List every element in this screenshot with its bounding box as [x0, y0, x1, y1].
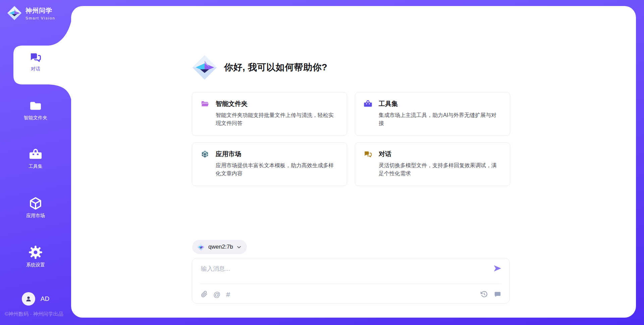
- send-icon: [493, 264, 502, 273]
- history-button[interactable]: [480, 290, 488, 298]
- card-title: 工具集: [379, 100, 398, 108]
- sidebar-item-toolset[interactable]: 工具集: [0, 148, 71, 170]
- cube-icon: [29, 196, 43, 210]
- sidebar-item-app-market[interactable]: 应用市场: [0, 196, 71, 219]
- card-toolset[interactable]: 工具集 集成市场上主流工具，助力AI与外界无缝扩展与对接: [355, 92, 510, 136]
- card-description: 灵活切换多模型文件，支持多样回复效果调试，满足个性化需求: [379, 161, 501, 178]
- message-input[interactable]: [192, 258, 509, 280]
- main-panel: 你好, 我可以如何帮助你? 智能文件夹 智能文件夹功能支持批量文件上传与清洗，轻…: [71, 6, 636, 318]
- attach-file-button[interactable]: [201, 290, 208, 298]
- copyright-footer: ©神州数码 · 神州问学出品: [5, 311, 63, 317]
- composer-divider: [200, 284, 501, 284]
- composer-toolbar: @ #: [201, 286, 501, 302]
- feature-cards: 智能文件夹 智能文件夹功能支持批量文件上传与清洗，轻松实现文件问答 工具集 集成…: [192, 92, 510, 186]
- sidebar-item-settings[interactable]: 系统设置: [0, 245, 71, 268]
- cube-grid-icon: [201, 150, 209, 158]
- paperclip-icon: [201, 290, 208, 298]
- sidebar: 神州问学 Smart Vision 对话 智能文件夹 工具集: [0, 0, 71, 325]
- card-description: 应用市场提供丰富长文本模板，助力高效生成多样化文章内容: [216, 161, 338, 178]
- toolbox-icon: [29, 148, 43, 161]
- brand-subtitle: Smart Vision: [25, 16, 55, 20]
- user-profile[interactable]: AD: [0, 292, 71, 306]
- sidebar-item-chat[interactable]: 对话: [0, 50, 71, 72]
- person-icon: [24, 295, 33, 303]
- chat-icon: [364, 150, 372, 158]
- toolbox-icon: [364, 100, 372, 108]
- card-title: 对话: [379, 150, 391, 158]
- user-name: AD: [41, 295, 49, 303]
- sidebar-item-label: 智能文件夹: [0, 115, 71, 121]
- sidebar-item-label: 应用市场: [0, 213, 71, 219]
- gear-icon: [28, 245, 43, 260]
- mention-icon[interactable]: @: [213, 291, 220, 298]
- avatar: [22, 292, 35, 306]
- sidebar-item-label: 对话: [0, 66, 71, 72]
- card-description: 智能文件夹功能支持批量文件上传与清洗，轻松实现文件问答: [216, 111, 338, 127]
- card-chat[interactable]: 对话 灵活切换多模型文件，支持多样回复效果调试，满足个性化需求: [355, 142, 510, 186]
- chat-bubble-button[interactable]: [493, 290, 501, 298]
- sidebar-item-label: 工具集: [0, 164, 71, 170]
- card-smart-folder[interactable]: 智能文件夹 智能文件夹功能支持批量文件上传与清洗，轻松实现文件问答: [192, 92, 347, 136]
- sidebar-item-label: 系统设置: [0, 262, 71, 268]
- send-button[interactable]: [493, 264, 502, 273]
- folder-icon: [29, 99, 43, 113]
- card-app-market[interactable]: 应用市场 应用市场提供丰富长文本模板，助力高效生成多样化文章内容: [192, 142, 347, 186]
- history-icon: [480, 290, 488, 298]
- greeting-block: 你好, 我可以如何帮助你?: [191, 54, 327, 81]
- brand-diamond-icon: [7, 5, 22, 21]
- model-selector[interactable]: qwen2:7b: [192, 240, 247, 254]
- hashtag-icon[interactable]: #: [226, 291, 230, 298]
- chat-icon: [29, 50, 42, 64]
- folder-open-icon: [201, 100, 209, 108]
- sidebar-item-smart-folder[interactable]: 智能文件夹: [0, 99, 71, 121]
- model-name: qwen2:7b: [208, 244, 233, 250]
- card-description: 集成市场上主流工具，助力AI与外界无缝扩展与对接: [379, 111, 501, 127]
- chevron-down-icon: [236, 245, 241, 250]
- message-composer: @ #: [192, 258, 510, 304]
- brand-logo-block: 神州问学 Smart Vision: [7, 5, 55, 21]
- model-diamond-icon: [197, 243, 205, 251]
- card-title: 智能文件夹: [216, 100, 248, 108]
- chat-bubble-icon: [493, 290, 501, 298]
- greeting-text: 你好, 我可以如何帮助你?: [224, 61, 327, 73]
- brand-name: 神州问学: [25, 6, 55, 15]
- greeting-diamond-icon: [191, 54, 218, 81]
- card-title: 应用市场: [216, 150, 241, 158]
